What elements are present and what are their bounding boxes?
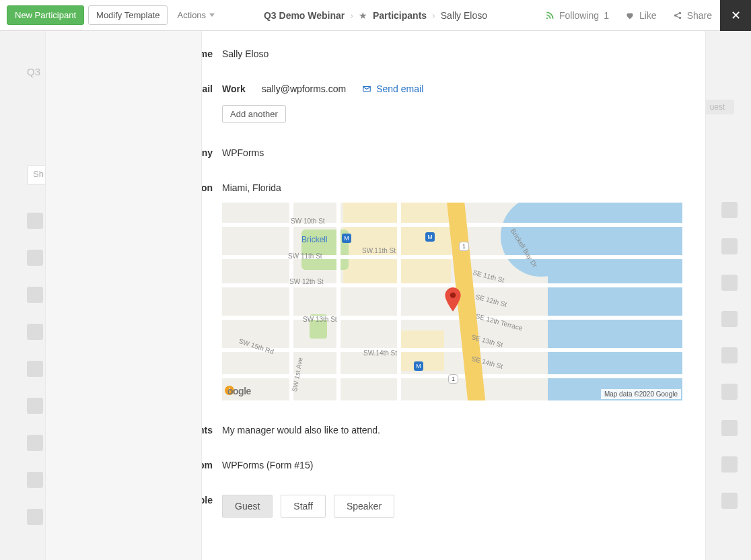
hwy-shield-icon: 1	[459, 242, 469, 251]
map-pin-icon	[444, 287, 462, 305]
map-street-label: SW.11th St	[362, 247, 396, 254]
value-location: Miami, Florida	[222, 182, 682, 193]
hwy-shield-icon: 1	[448, 374, 458, 384]
send-email-link[interactable]: Send email	[362, 83, 423, 94]
like-button[interactable]: Like	[617, 10, 665, 21]
location-map[interactable]: 1 1 M M M Brickell SW 10th St SW 11th St…	[222, 203, 682, 400]
envelope-icon	[362, 84, 371, 94]
avatar	[721, 238, 738, 254]
field-email: Email Work sally@wpforms.com Send email …	[222, 83, 682, 123]
field-name: Name Sally Eloso	[222, 48, 682, 59]
metro-icon: M	[414, 361, 423, 371]
star-icon: ★	[359, 10, 367, 21]
breadcrumb: Q3 Demo Webinar › ★ Participants › Sally…	[264, 10, 487, 21]
value-company: WPForms	[222, 147, 682, 158]
avatar	[721, 384, 738, 400]
new-participant-button[interactable]: New Participant	[7, 5, 84, 25]
email-type: Work	[222, 83, 246, 94]
send-email-label: Send email	[376, 83, 423, 94]
avatar	[27, 472, 43, 488]
map-street-label: SW 13th St	[303, 316, 337, 323]
label-registered-from: Registered From	[202, 460, 213, 470]
chevron-down-icon	[209, 13, 215, 17]
map-street-label: SW 12th St	[289, 278, 324, 285]
avatar	[721, 275, 738, 291]
following-count: 1	[604, 10, 609, 21]
label-company: Company	[202, 147, 213, 158]
avatar	[721, 493, 738, 509]
value-email: sally@wpforms.com	[262, 83, 346, 94]
avatar	[27, 509, 43, 525]
share-label: Share	[687, 10, 712, 21]
rss-icon	[545, 11, 555, 20]
crumb-leaf: Sally Eloso	[441, 10, 487, 21]
bg-guest-pill: uest	[701, 100, 734, 114]
map-street-label: SW 11th St	[288, 252, 322, 260]
share-button[interactable]: Share	[665, 10, 720, 21]
label-name: Name	[202, 48, 213, 59]
svg-point-0	[546, 17, 548, 18]
field-role: Role Guest Staff Speaker	[222, 495, 682, 518]
panel-main: Name Sally Eloso Email Work sally@wpform…	[202, 31, 705, 560]
value-name: Sally Eloso	[222, 48, 682, 59]
field-company: Company WPForms	[222, 147, 682, 158]
avatar	[27, 287, 43, 303]
crumb-participants[interactable]: Participants	[373, 10, 427, 21]
avatar	[721, 311, 738, 327]
avatar	[27, 398, 43, 414]
bg-title: Q3	[27, 66, 40, 77]
avatar	[27, 435, 43, 451]
detail-panel: Name Sally Eloso Email Work sally@wpform…	[46, 31, 705, 560]
map-attribution: Map data ©2020 Google	[601, 389, 681, 399]
label-location: Location	[202, 182, 213, 193]
add-another-button[interactable]: Add another	[222, 105, 286, 123]
map-street-label: SW 10th St	[291, 217, 325, 225]
map-google-logo: oogle	[227, 386, 251, 396]
role-option-guest[interactable]: Guest	[222, 495, 273, 518]
avatar	[27, 250, 43, 266]
modify-template-button[interactable]: Modify Template	[88, 5, 168, 25]
avatar	[27, 361, 43, 377]
metro-icon: M	[342, 234, 351, 243]
avatar	[27, 213, 43, 229]
svg-point-2	[678, 11, 681, 14]
avatar	[721, 202, 738, 218]
topbar: New Participant Modify Template Actions …	[0, 0, 751, 31]
actions-label: Actions	[177, 10, 206, 20]
role-option-speaker[interactable]: Speaker	[334, 495, 394, 518]
svg-point-4	[450, 292, 456, 298]
metro-icon: M	[425, 232, 435, 242]
map-label-brickell: Brickell	[301, 235, 328, 244]
panel-sidebar	[46, 31, 202, 560]
field-location: Location Miami, Florida	[222, 182, 682, 400]
chevron-right-icon: ›	[350, 10, 353, 21]
field-comments: Comments My manager would also like to a…	[222, 425, 682, 435]
chevron-right-icon: ›	[432, 10, 435, 21]
crumb-root[interactable]: Q3 Demo Webinar	[264, 10, 345, 21]
avatar	[721, 347, 738, 363]
map-street-label: SW.14th St	[363, 349, 397, 357]
label-role: Role	[202, 495, 213, 505]
svg-point-1	[674, 14, 676, 17]
label-comments: Comments	[202, 425, 213, 435]
close-icon: ✕	[731, 8, 741, 23]
following-label: Following	[559, 10, 599, 21]
heart-icon	[625, 11, 635, 20]
close-button[interactable]: ✕	[720, 0, 751, 31]
role-option-staff[interactable]: Staff	[281, 495, 326, 518]
avatar	[27, 324, 43, 340]
following-button[interactable]: Following 1	[537, 10, 617, 21]
avatar	[721, 420, 738, 436]
avatar	[721, 456, 738, 473]
value-comments: My manager would also like to attend.	[222, 425, 682, 435]
label-email: Email	[202, 83, 213, 94]
value-registered-from: WPForms (Form #15)	[222, 460, 682, 470]
svg-point-3	[678, 16, 681, 19]
like-label: Like	[639, 10, 657, 21]
field-registered-from: Registered From WPForms (Form #15)	[222, 460, 682, 470]
share-icon	[673, 11, 682, 20]
actions-dropdown[interactable]: Actions	[177, 10, 215, 20]
